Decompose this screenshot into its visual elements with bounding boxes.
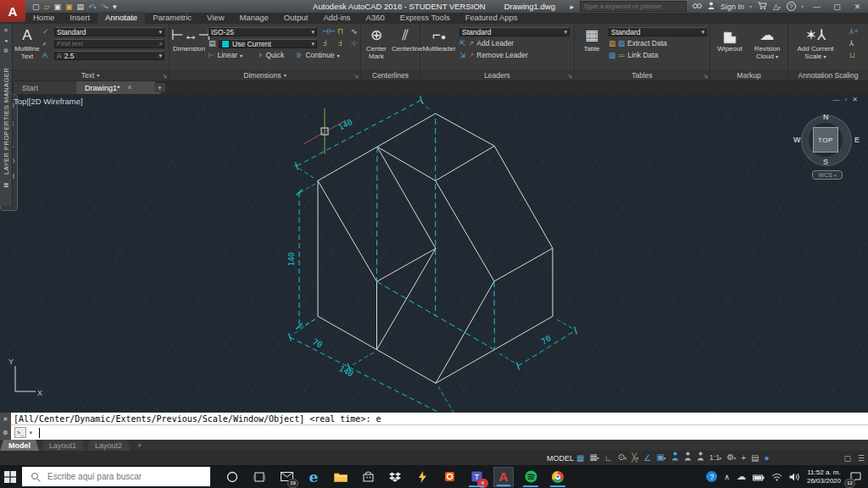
viewcube-west[interactable]: W <box>793 136 801 144</box>
viewcube-south[interactable]: S <box>823 158 828 166</box>
dim-adjust-space-icon[interactable]: ⊓ <box>337 27 343 36</box>
maximize-button[interactable]: ▢ <box>830 3 844 11</box>
hardware-acceleration-icon[interactable]: ● <box>764 451 769 465</box>
centerline-button[interactable]: ⫽ Centerline <box>392 25 419 53</box>
isodraft-icon[interactable]: ╳▾ <box>632 450 638 466</box>
chrome-icon[interactable] <box>548 467 568 487</box>
battery-icon[interactable] <box>753 469 765 485</box>
panel-title-tables[interactable]: Tables <box>575 69 709 80</box>
command-window-controls[interactable]: ✕ ⚙ <box>0 413 11 440</box>
tab-home[interactable]: Home <box>25 12 62 24</box>
palette-properties-icon[interactable]: ⚙ <box>3 47 8 54</box>
new-drawing-tab-button[interactable]: + <box>154 83 165 92</box>
add-leader-button[interactable]: ⇱ ↗ Add Leader <box>459 39 514 47</box>
dim-jog-line-icon[interactable]: ∿ <box>351 27 358 36</box>
palette-close-icon[interactable]: ✕ <box>3 27 8 34</box>
multileader-button[interactable]: ⌐● Multileader <box>422 25 456 53</box>
tab-manage[interactable]: Manage <box>232 12 276 24</box>
panel-title-dimensions[interactable]: Dimensions▾ <box>170 69 360 80</box>
save-as-icon[interactable]: ▣ <box>65 3 73 11</box>
tab-add-ins[interactable]: Add-ins <box>315 12 358 24</box>
annotation-scale-person-icon[interactable] <box>697 451 704 465</box>
viewcube-east[interactable]: E <box>854 136 860 144</box>
file-explorer-icon[interactable] <box>331 467 351 487</box>
tab-featured-apps[interactable]: Featured Apps <box>458 12 526 24</box>
table-style-dropdown[interactable]: Standard▾ <box>609 27 707 36</box>
link-data-button[interactable]: ▨ ≔ Link Data <box>609 51 658 59</box>
tab-close-icon[interactable]: ✕ <box>127 84 133 92</box>
minimize-button[interactable]: — <box>810 3 824 11</box>
keyword-search-input[interactable] <box>580 1 687 12</box>
table-button[interactable]: ▦ Table <box>578 25 605 53</box>
viewcube-top-face[interactable]: TOP <box>813 127 838 152</box>
customization-icon[interactable]: + <box>741 451 746 465</box>
find-binoculars-icon[interactable]: ⌕ <box>159 40 163 48</box>
new-file-icon[interactable]: ▢ <box>32 3 40 11</box>
recent-commands-caret-icon[interactable]: ▾ <box>29 430 32 436</box>
microsoft-store-icon[interactable] <box>358 467 378 487</box>
tray-icon[interactable]: ▤ <box>751 451 759 465</box>
a360-icon[interactable]: △▾ <box>773 3 781 11</box>
autoscale-icon[interactable] <box>684 451 692 465</box>
workspace-switching-icon[interactable]: ⚙▾ <box>726 450 736 466</box>
store-cart-icon[interactable] <box>758 2 767 11</box>
command-history[interactable]: [All/Center/Dynamic/Extents/Previous/Sca… <box>0 413 868 425</box>
dim-reassociate-icon[interactable]: ⊹ <box>351 39 358 47</box>
revision-cloud-button[interactable]: ☁ Revision Cloud ▾ <box>749 25 785 61</box>
annotation-visibility-icon[interactable] <box>671 451 679 465</box>
annotation-scale-button[interactable]: 1:1▾ <box>709 451 722 466</box>
panel-title-text[interactable]: Text▾ <box>12 69 169 80</box>
open-file-icon[interactable]: ▱ <box>44 3 50 11</box>
file-tab-start[interactable]: Start <box>14 81 81 94</box>
sign-in-caret-icon[interactable]: ▾ <box>749 3 752 9</box>
command-customize-icon[interactable]: ⚙ <box>3 430 8 436</box>
quick-dimension-button[interactable]: ⊦Quick <box>259 51 284 59</box>
sync-scale-positions-icon[interactable]: ⅄ <box>849 39 854 47</box>
add-delete-scales-icon[interactable]: ⅄+ <box>849 27 859 36</box>
tab-annotate[interactable]: Annotate <box>97 12 145 24</box>
remove-leader-button[interactable]: ⇲ ↗ Remove Leader <box>459 51 528 59</box>
autocad-taskbar-icon[interactable]: A <box>493 467 514 487</box>
spell-check-icon[interactable]: ✓ <box>42 27 49 36</box>
search-binoculars-icon[interactable] <box>693 3 702 11</box>
action-center-icon[interactable]: 12 <box>848 467 863 487</box>
tab-express-tools[interactable]: Express Tools <box>392 12 458 24</box>
command-close-icon[interactable]: ✕ <box>3 416 8 423</box>
tray-expand-icon[interactable]: ∧ <box>724 473 730 481</box>
dimension-button[interactable]: ⊢↔⊣ Dimension <box>171 25 207 53</box>
viewcube-north[interactable]: N <box>823 113 829 121</box>
wipeout-button[interactable]: Wipeout <box>714 25 746 53</box>
text-dialog-launcher-icon[interactable]: ↘ <box>162 73 167 80</box>
save-icon[interactable]: ▣ <box>53 3 61 11</box>
find-icon[interactable]: ⌕ <box>42 39 47 47</box>
dim-layer-dropdown[interactable]: Use Current▾ <box>219 39 317 48</box>
teams-icon[interactable]: T 4 <box>466 467 487 487</box>
linear-button[interactable]: ⊢Linear▾ <box>209 51 242 59</box>
spotify-icon[interactable] <box>520 467 541 487</box>
office-icon[interactable] <box>439 467 459 487</box>
search-expand-icon[interactable]: ▸ <box>570 3 574 11</box>
taskbar-search-input[interactable] <box>46 471 202 482</box>
polar-tracking-icon[interactable]: ⊙▾ <box>618 450 626 466</box>
viewcube[interactable]: TOP N S W E WCS▾ <box>800 114 853 167</box>
dim-update-icon[interactable]: Ⅎ <box>337 39 342 47</box>
panel-title-markup[interactable]: Markup <box>710 69 787 80</box>
text-style-dropdown[interactable]: Standard▾ <box>54 27 164 36</box>
panel-title-centerlines[interactable]: Centerlines <box>361 69 420 80</box>
help-tray-icon[interactable]: ? <box>706 471 717 482</box>
grid-display-icon[interactable]: ▦ <box>576 451 584 465</box>
task-view-icon[interactable] <box>249 467 270 487</box>
dim-inspect-icon[interactable]: Ⅎ <box>322 39 326 47</box>
lightning-app-icon[interactable] <box>412 467 432 487</box>
start-button[interactable] <box>0 467 20 487</box>
center-mark-button[interactable]: ⊕ Center Mark <box>363 25 390 61</box>
text-style-icon[interactable]: A <box>42 51 47 59</box>
object-snap-icon[interactable]: ▣▾ <box>656 450 665 466</box>
clean-screen-icon[interactable]: ▢ <box>843 454 851 463</box>
tab-view[interactable]: View <box>199 12 231 24</box>
help-caret-icon[interactable]: ▾ <box>801 3 804 9</box>
qat-customize-icon[interactable]: ▾ <box>113 3 117 11</box>
snap-mode-icon[interactable]: ▦▾ <box>589 450 598 466</box>
layout-tab-layout1[interactable]: Layout1 <box>41 440 85 451</box>
text-height-dropdown[interactable]: A2.5▾ <box>54 51 164 60</box>
